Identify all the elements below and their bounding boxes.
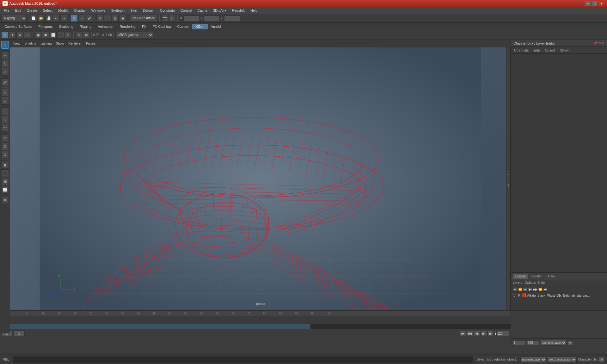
vp-menu-lighting[interactable]: Lighting <box>39 41 53 46</box>
mel-input[interactable] <box>13 356 473 363</box>
play-btn[interactable]: ▶ <box>481 331 487 336</box>
save-scene-btn[interactable]: 💾 <box>45 15 52 22</box>
camera-btn[interactable]: 📷 <box>161 15 168 22</box>
close-button[interactable]: ✕ <box>599 1 604 6</box>
menu-deform[interactable]: Deform <box>140 8 157 13</box>
z-field[interactable] <box>224 15 240 21</box>
cb-skip-start[interactable]: ⏮ <box>513 287 517 292</box>
rigging-tool-3[interactable]: ⊘ <box>1 151 9 158</box>
menu-skin[interactable]: Skin <box>128 8 139 13</box>
cb-help[interactable]: Help <box>538 281 545 284</box>
anim-char-btn[interactable]: ⚙ <box>568 340 573 345</box>
skip-start-btn[interactable]: ⏮ <box>460 331 466 336</box>
vp-menu-shading[interactable]: Shading <box>23 41 38 46</box>
curve-tool-2[interactable]: ∿ <box>1 116 9 123</box>
lighting-btn[interactable]: ☀ <box>75 32 82 39</box>
cb-step-fwd[interactable]: ⏩ <box>538 287 543 292</box>
rotate-tool[interactable]: ↻ <box>1 60 9 67</box>
display-tool-4[interactable]: ⬜ <box>1 186 9 193</box>
snap-point-btn[interactable]: ◎ <box>112 15 119 22</box>
character-set-btn[interactable]: ⚙ <box>599 357 604 362</box>
shading-btn-1[interactable]: ▣ <box>34 32 41 39</box>
rp-expand-icon[interactable]: ⧉ <box>598 41 601 45</box>
display-tool-3[interactable]: ▣ <box>1 178 9 185</box>
vp-menu-panels[interactable]: Panels <box>84 41 98 46</box>
minimize-button[interactable]: ─ <box>585 1 591 6</box>
layer-p-label[interactable]: P <box>518 294 521 297</box>
rp-channels[interactable]: Channels <box>513 48 530 53</box>
cb-back[interactable]: ◀ <box>523 287 527 292</box>
scale-icon-btn[interactable]: ⤢ <box>24 32 31 39</box>
shading-btn-4[interactable]: ⬛ <box>57 32 64 39</box>
module-polygons[interactable]: Polygons <box>35 24 56 29</box>
module-custom[interactable]: Custom <box>174 24 193 29</box>
rigging-tool-2[interactable]: ⊗ <box>1 143 9 150</box>
menu-cache[interactable]: Cache <box>195 8 210 13</box>
rp-pin-icon[interactable]: 📌 <box>593 41 597 45</box>
rp-object[interactable]: Object <box>543 48 556 53</box>
viewport[interactable]: View Shading Lighting Show Renderer Pane… <box>10 40 511 310</box>
cb-skip-end[interactable]: ⏭ <box>543 287 548 292</box>
no-anim-layer-select[interactable]: No Anim Layer <box>520 356 546 363</box>
curve-tool-3[interactable]: 〰 <box>1 124 9 131</box>
open-scene-btn[interactable]: 📂 <box>38 15 45 22</box>
menu-constrain[interactable]: Constrain <box>157 8 177 13</box>
select-tool-btn[interactable]: ↖ <box>71 15 78 22</box>
vp-menu-show[interactable]: Show <box>54 41 66 46</box>
menu-skeleton[interactable]: Skeleton <box>108 8 127 13</box>
x-field[interactable] <box>183 15 199 21</box>
module-fx-caching[interactable]: FX Caching <box>150 24 174 29</box>
cb-step-back[interactable]: ⏪ <box>518 287 522 292</box>
menu-help[interactable]: Help <box>248 8 260 13</box>
shading-btn-2[interactable]: ◼ <box>42 32 49 39</box>
menu-create[interactable]: Create <box>24 8 40 13</box>
rp-close-icon[interactable]: ✕ <box>602 41 604 45</box>
rigging-tool-1[interactable]: ⊕ <box>1 134 9 142</box>
attribute-editor-sidebar[interactable]: Attribute Editor <box>506 40 511 310</box>
start-frame-input[interactable] <box>14 331 25 336</box>
no-character-set-select[interactable]: No Character Set <box>548 356 577 363</box>
translate-tool[interactable]: ✛ <box>1 52 9 59</box>
rp-show[interactable]: Show <box>559 48 570 53</box>
undo-btn[interactable]: ↩ <box>53 15 60 22</box>
menu-modify[interactable]: Modify <box>56 8 71 13</box>
select-tool[interactable]: ↖ <box>1 41 9 49</box>
maximize-button[interactable]: □ <box>592 1 598 6</box>
move-icon-btn[interactable]: ✛ <box>9 32 16 39</box>
cb-options[interactable]: Options <box>525 281 536 284</box>
module-sculpting[interactable]: Sculpting <box>56 24 77 29</box>
end-frame-input[interactable] <box>496 331 509 336</box>
layer-name[interactable]: Aikido_Black_Waist_Obi_Belt_mb_standart:… <box>527 294 590 297</box>
snap-curve-btn[interactable]: ⌒ <box>104 15 111 22</box>
render-btn[interactable]: ▷ <box>169 15 176 22</box>
cb-tab-anim[interactable]: Anim <box>545 274 557 279</box>
menu-edit[interactable]: Edit <box>13 8 24 13</box>
vp-menu-view[interactable]: View <box>11 41 22 46</box>
cb-tab-render[interactable]: Render <box>529 274 544 279</box>
display-tool-1[interactable]: ◼ <box>1 161 9 169</box>
anim-layer-select[interactable]: No Anim Layer <box>541 340 567 346</box>
timeline-content[interactable] <box>10 316 511 324</box>
rp-edit[interactable]: Edit <box>532 48 541 53</box>
rotate-icon-btn[interactable]: ↻ <box>16 32 23 39</box>
paint-tool[interactable]: 🖌 <box>1 78 9 86</box>
snap-grid-left[interactable]: ⊞ <box>1 89 9 96</box>
range-start-field[interactable] <box>513 340 525 345</box>
grid-btn[interactable]: ⊞ <box>83 32 90 39</box>
misc-tool-1[interactable]: ✱ <box>1 196 9 204</box>
snap-grid-btn[interactable]: ⊞ <box>96 15 103 22</box>
gamma-dropdown[interactable]: sRGB gamma <box>115 32 153 39</box>
curve-tool-1[interactable]: ⌒ <box>1 107 9 115</box>
range-end-field[interactable] <box>527 340 539 345</box>
fwd-btn[interactable]: ▶ <box>487 331 494 336</box>
module-rigging[interactable]: Rigging <box>77 24 95 29</box>
display-tool-2[interactable]: ⬛ <box>1 169 9 177</box>
y-field[interactable] <box>204 15 220 21</box>
cb-layers[interactable]: Layers <box>513 281 522 284</box>
cb-fwd[interactable]: ▶▶ <box>533 287 537 292</box>
menu-redshift[interactable]: Redshift <box>230 8 247 13</box>
vp-menu-renderer[interactable]: Renderer <box>66 41 83 46</box>
rigging-dropdown[interactable]: Rigging <box>1 15 27 22</box>
cb-tab-display[interactable]: Display <box>513 274 528 279</box>
paint-tool-btn[interactable]: 🖌 <box>86 15 93 22</box>
